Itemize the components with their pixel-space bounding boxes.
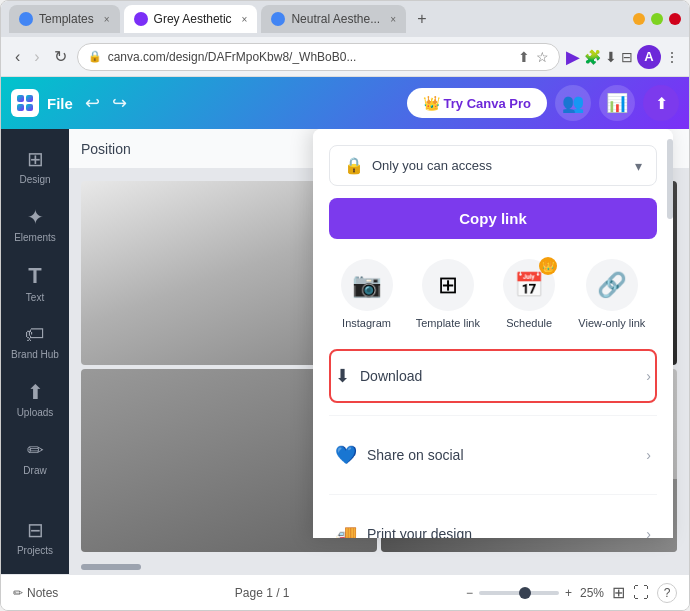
page-info: Page 1 / 1 bbox=[235, 586, 290, 600]
ext-menu-icon[interactable]: ⋮ bbox=[665, 49, 679, 65]
design-icon: ⊞ bbox=[27, 147, 44, 171]
sidebar-item-uploads[interactable]: ⬆ Uploads bbox=[5, 372, 65, 426]
help-button[interactable]: ? bbox=[657, 583, 677, 603]
share-icon-instagram[interactable]: 📷 Instagram bbox=[341, 259, 393, 329]
instagram-label: Instagram bbox=[342, 317, 391, 329]
share-social-chevron-icon: › bbox=[646, 447, 651, 463]
fullscreen-button[interactable]: ⛶ bbox=[633, 584, 649, 602]
address-actions: ⬆ ☆ bbox=[518, 49, 549, 65]
canvas-hscroll[interactable] bbox=[81, 564, 677, 570]
star-icon[interactable]: ☆ bbox=[536, 49, 549, 65]
sidebar-item-brand-hub[interactable]: 🏷 Brand Hub bbox=[5, 315, 65, 368]
notes-icon: ✏ bbox=[13, 586, 23, 600]
sidebar-label-projects: Projects bbox=[17, 545, 53, 556]
ext-play-icon[interactable]: ▶ bbox=[566, 46, 580, 68]
lock-icon: 🔒 bbox=[88, 50, 102, 63]
copy-link-button[interactable]: Copy link bbox=[329, 198, 657, 239]
ext-puzzle-icon[interactable]: 🧩 bbox=[584, 49, 601, 65]
grid-view-button[interactable]: ⊞ bbox=[612, 583, 625, 602]
tab-close-grey[interactable]: × bbox=[242, 14, 248, 25]
chart-button[interactable]: 📊 bbox=[599, 85, 635, 121]
ext-layout-icon[interactable]: ⊟ bbox=[621, 49, 633, 65]
share-icon-schedule[interactable]: 📅 👑 Schedule bbox=[503, 259, 555, 329]
action-download[interactable]: ⬇ Download › bbox=[329, 349, 657, 403]
access-lock-icon: 🔒 bbox=[344, 156, 364, 175]
app-toolbar: File ↩ ↪ 👑 Try Canva Pro 👥 📊 ⬆ bbox=[1, 77, 689, 129]
access-chevron-icon: ▾ bbox=[635, 158, 642, 174]
tab-neutral[interactable]: Neutral Aesthe... × bbox=[261, 5, 406, 33]
browser-window: Templates × Grey Aesthetic × Neutral Aes… bbox=[0, 0, 690, 611]
sidebar-label-brand-hub: Brand Hub bbox=[11, 349, 59, 360]
share-people-button[interactable]: 👥 bbox=[555, 85, 591, 121]
sidebar-item-elements[interactable]: ✦ Elements bbox=[5, 197, 65, 251]
schedule-label: Schedule bbox=[506, 317, 552, 329]
maximize-button[interactable] bbox=[651, 13, 663, 25]
print-icon: 🚚 bbox=[335, 523, 357, 538]
notes-label: Notes bbox=[27, 586, 58, 600]
sidebar-label-uploads: Uploads bbox=[17, 407, 54, 418]
new-tab-button[interactable]: + bbox=[410, 7, 434, 31]
zoom-percent: 25% bbox=[580, 586, 604, 600]
brand-hub-icon: 🏷 bbox=[25, 323, 45, 346]
instagram-circle: 📷 bbox=[341, 259, 393, 311]
back-button[interactable]: ‹ bbox=[11, 44, 24, 70]
redo-button[interactable]: ↪ bbox=[108, 88, 131, 118]
notes-button[interactable]: ✏ Notes bbox=[13, 586, 58, 600]
action-share-social[interactable]: 💙 Share on social › bbox=[329, 428, 657, 482]
slider-track[interactable] bbox=[479, 591, 559, 595]
share-icon-template[interactable]: ⊞ Template link bbox=[416, 259, 480, 329]
template-circle: ⊞ bbox=[422, 259, 474, 311]
file-menu[interactable]: File bbox=[47, 95, 73, 112]
divider-1 bbox=[329, 415, 657, 416]
close-button[interactable] bbox=[669, 13, 681, 25]
canvas-area: Position 5 bbox=[69, 129, 689, 574]
crown-icon: 👑 bbox=[423, 95, 440, 111]
ext-account-icon[interactable]: A bbox=[637, 45, 661, 69]
template-link-icon: ⊞ bbox=[438, 271, 458, 299]
tab-close-neutral[interactable]: × bbox=[390, 14, 396, 25]
minimize-button[interactable] bbox=[633, 13, 645, 25]
access-row[interactable]: 🔒 Only you can access ▾ bbox=[329, 145, 657, 186]
tab-favicon-grey bbox=[134, 12, 148, 26]
zoom-out-icon[interactable]: − bbox=[466, 586, 473, 600]
tab-templates[interactable]: Templates × bbox=[9, 5, 120, 33]
uploads-icon: ⬆ bbox=[27, 380, 44, 404]
sidebar-item-design[interactable]: ⊞ Design bbox=[5, 139, 65, 193]
divider-2 bbox=[329, 494, 657, 495]
address-bar[interactable]: 🔒 canva.com/design/DAFrMpoKbw8/_WhBoB0..… bbox=[77, 43, 560, 71]
print-chevron-icon: › bbox=[646, 526, 651, 538]
left-sidebar: ⊞ Design ✦ Elements T Text 🏷 Brand Hub ⬆… bbox=[1, 129, 69, 574]
tab-favicon-templates bbox=[19, 12, 33, 26]
schedule-icon: 📅 bbox=[514, 271, 544, 299]
share-panel: 🔒 Only you can access ▾ Copy link 📷 bbox=[313, 129, 673, 538]
nav-bar: ‹ › ↻ 🔒 canva.com/design/DAFrMpoKbw8/_Wh… bbox=[1, 37, 689, 77]
undo-redo-group: ↩ ↪ bbox=[81, 88, 131, 118]
zoom-in-icon[interactable]: + bbox=[565, 586, 572, 600]
window-controls bbox=[633, 13, 681, 25]
tab-label-templates: Templates bbox=[39, 12, 94, 26]
sidebar-label-design: Design bbox=[19, 174, 50, 185]
action-print[interactable]: 🚚 Print your design › bbox=[329, 507, 657, 538]
share-icons-row: 📷 Instagram ⊞ Template link bbox=[329, 251, 657, 337]
projects-icon: ⊟ bbox=[27, 518, 44, 542]
forward-button[interactable]: › bbox=[30, 44, 43, 70]
panel-scrollbar[interactable] bbox=[667, 129, 673, 538]
sidebar-item-projects[interactable]: ⊟ Projects bbox=[5, 510, 65, 564]
share-icon-viewonly[interactable]: 🔗 View-only link bbox=[578, 259, 645, 329]
try-canva-pro-button[interactable]: 👑 Try Canva Pro bbox=[407, 88, 547, 118]
download-chevron-icon: › bbox=[646, 368, 651, 384]
tab-grey-aesthetic[interactable]: Grey Aesthetic × bbox=[124, 5, 258, 33]
sidebar-item-text[interactable]: T Text bbox=[5, 255, 65, 311]
sidebar-item-draw[interactable]: ✏ Draw bbox=[5, 430, 65, 484]
share-address-icon[interactable]: ⬆ bbox=[518, 49, 530, 65]
ext-download-icon[interactable]: ⬇ bbox=[605, 49, 617, 65]
zoom-slider[interactable]: − + bbox=[466, 586, 572, 600]
share-upload-button[interactable]: ⬆ bbox=[643, 85, 679, 121]
refresh-button[interactable]: ↻ bbox=[50, 43, 71, 70]
canva-home-icon[interactable] bbox=[11, 89, 39, 117]
undo-button[interactable]: ↩ bbox=[81, 88, 104, 118]
address-text: canva.com/design/DAFrMpoKbw8/_WhBoB0... bbox=[108, 50, 512, 64]
share-social-icon: 💙 bbox=[335, 444, 357, 466]
text-icon: T bbox=[28, 263, 41, 289]
tab-close-templates[interactable]: × bbox=[104, 14, 110, 25]
